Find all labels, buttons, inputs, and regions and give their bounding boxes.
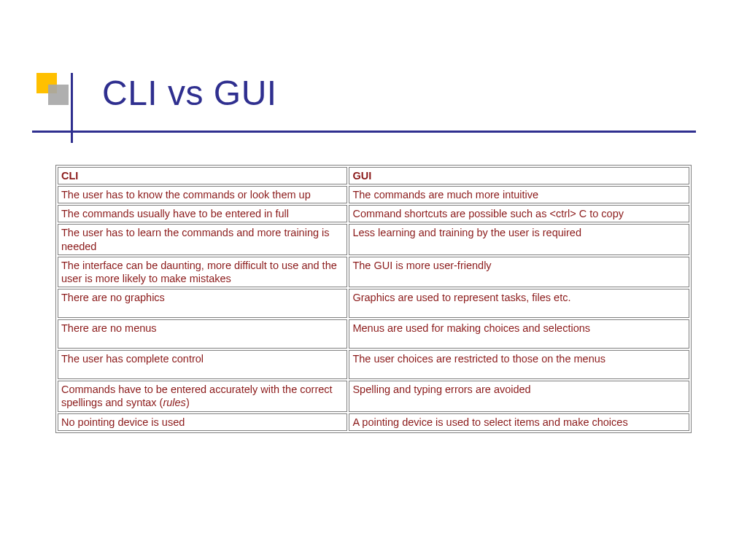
comparison-table: CLI GUI The user has to know the command…	[55, 165, 692, 433]
cell-cli: The user has to learn the commands and m…	[58, 224, 347, 254]
cell-cli: There are no graphics	[58, 289, 347, 318]
cell-cli: No pointing device is used	[58, 413, 347, 431]
table-header-row: CLI GUI	[58, 167, 689, 184]
title-rule-horizontal	[32, 131, 696, 133]
table-row: The user has complete control The user c…	[58, 350, 689, 379]
table-row: The interface can be daunting, more diff…	[58, 257, 689, 287]
cell-cli: The user has complete control	[58, 350, 347, 379]
table-row: The user has to know the commands or loo…	[58, 186, 689, 203]
deco-square-gray	[48, 85, 69, 105]
slide-title: CLI vs GUI	[102, 73, 277, 113]
comparison-table-wrap: CLI GUI The user has to know the command…	[55, 165, 692, 433]
cell-cli: There are no menus	[58, 319, 347, 349]
table-row: The commands usually have to be entered …	[58, 205, 689, 222]
header-gui: GUI	[349, 167, 689, 184]
table-row: There are no graphics Graphics are used …	[58, 289, 689, 318]
table-row: The user has to learn the commands and m…	[58, 224, 689, 254]
table-row: There are no menus Menus are used for ma…	[58, 319, 689, 349]
header-cli: CLI	[58, 167, 347, 184]
cell-gui: A pointing device is used to select item…	[349, 413, 689, 431]
cell-cli: The user has to know the commands or loo…	[58, 186, 347, 203]
cell-text: Commands have to be entered accurately w…	[61, 384, 333, 408]
cell-gui: Command shortcuts are possible such as <…	[349, 205, 689, 222]
cell-text: )	[186, 397, 190, 408]
cell-cli: The commands usually have to be entered …	[58, 205, 347, 222]
table-row: No pointing device is used A pointing de…	[58, 413, 689, 431]
cell-gui: Graphics are used to represent tasks, fi…	[349, 289, 689, 318]
cell-gui: The commands are much more intuitive	[349, 186, 689, 203]
cell-gui: Less learning and training by the user i…	[349, 224, 689, 254]
table-row: Commands have to be entered accurately w…	[58, 381, 689, 411]
cell-gui: The user choices are restricted to those…	[349, 350, 689, 379]
cell-gui: Menus are used for making choices and se…	[349, 319, 689, 349]
cell-em: rules	[163, 397, 185, 408]
slide: CLI vs GUI CLI GUI The user has to know …	[0, 0, 747, 560]
cell-cli: The interface can be daunting, more diff…	[58, 257, 347, 287]
cell-gui: Spelling and typing errors are avoided	[349, 381, 689, 411]
cell-cli: Commands have to be entered accurately w…	[58, 381, 347, 411]
cell-gui: The GUI is more user-friendly	[349, 257, 689, 287]
title-decoration	[32, 73, 76, 131]
